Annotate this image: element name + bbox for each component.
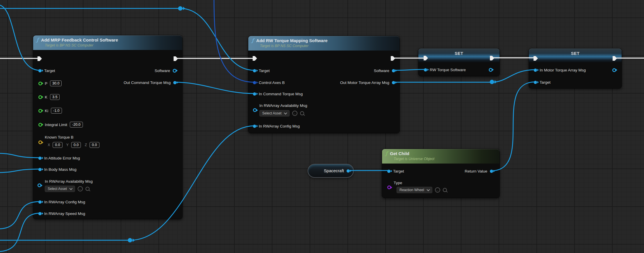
pin-control-axes-b-in[interactable]: [253, 81, 256, 84]
exec-arrow-icon: [38, 56, 42, 61]
exec-out-pin[interactable]: [613, 55, 617, 62]
pin-in-motor-torque-array-msg-in[interactable]: [534, 69, 537, 72]
node-add-mrp-feedback-control-software[interactable]: ƒ Add MRP Feedback Control Software Targ…: [33, 35, 183, 219]
pin-label: RW Torque Software: [430, 68, 466, 72]
pin-label: Type: [394, 181, 402, 185]
node-get-spacecraft-variable[interactable]: Spacecraft: [308, 164, 354, 178]
pin-k-in[interactable]: [38, 95, 42, 99]
pin-label: Control Axes B: [259, 80, 285, 85]
node-header[interactable]: ƒ Add MRP Feedback Control Software Targ…: [33, 35, 182, 50]
exec-in-pin[interactable]: [38, 55, 42, 62]
function-icon: ƒ: [37, 37, 38, 43]
wire-in-rwarray-speed[interactable]: [0, 213, 40, 252]
pin-rw-torque-software-in[interactable]: [424, 68, 427, 71]
exec-in-pin[interactable]: [253, 55, 257, 62]
pin-label: In Attitude Error Msg: [44, 156, 80, 160]
exec-in-pin[interactable]: [534, 55, 538, 62]
node-header[interactable]: ƒ Get Child Target is Universe Object: [382, 149, 499, 164]
pin-out-command-torque-msg[interactable]: [173, 81, 176, 84]
pin-label: In RWArray Availability Msg: [259, 103, 307, 108]
pin-software-out[interactable]: [173, 69, 176, 73]
exec-arrow-icon: [534, 56, 538, 61]
browse-asset-icon[interactable]: [300, 111, 304, 115]
node-subtitle: Target is BP NS SC Computer: [33, 43, 182, 47]
node-add-rw-torque-mapping-software[interactable]: ƒ Add RW Torque Mapping Software Target …: [248, 36, 400, 133]
asset-select-dropdown[interactable]: Select Asset: [45, 186, 75, 192]
node-set-rw-torque-software[interactable]: SET RW Torque Software: [418, 48, 500, 76]
exec-in-pin[interactable]: [424, 54, 428, 62]
value-field-integral-limit[interactable]: -20.0: [70, 122, 83, 128]
value-field-p[interactable]: 30.0: [50, 80, 62, 86]
pin-label: Integral Limit: [45, 123, 67, 127]
pin-in-rwarray-config-msg[interactable]: [38, 200, 42, 204]
function-icon: ƒ: [386, 150, 387, 156]
pin-ki-in[interactable]: [38, 109, 42, 113]
pin-value-out[interactable]: [489, 68, 493, 72]
exec-out-pin[interactable]: [490, 54, 494, 62]
node-header[interactable]: ƒ Add RW Torque Mapping Software Target …: [248, 36, 399, 51]
pin-in-rwarray-speed-msg[interactable]: [38, 212, 42, 215]
exec-arrow-icon: [253, 56, 257, 61]
asset-select-dropdown[interactable]: Select Asset: [259, 110, 290, 116]
pin-in-command-torque-msg[interactable]: [253, 92, 256, 96]
type-select-dropdown[interactable]: Reaction Wheel: [397, 187, 432, 193]
pin-in-body-mass-msg[interactable]: [38, 168, 42, 171]
value-field-x[interactable]: 0.0: [53, 142, 62, 148]
chevron-down-icon: [284, 111, 287, 114]
pin-in-rwarray-availability-msg[interactable]: [253, 108, 257, 112]
axis-z-label: Z: [85, 143, 87, 147]
use-selected-asset-icon[interactable]: ←: [292, 111, 297, 116]
value-field-y[interactable]: 0.0: [71, 142, 81, 148]
node-title: SET: [529, 51, 622, 56]
node-title: Get Child: [390, 151, 409, 156]
node-title: Add MRP Feedback Control Software: [41, 37, 118, 42]
pin-label: K: [45, 95, 47, 99]
use-selected-asset-icon[interactable]: ←: [435, 187, 440, 193]
pin-target-in[interactable]: [387, 170, 390, 173]
pin-label: Out Motor Torque Array Msg: [340, 80, 389, 85]
pin-in-rwarray-availability-msg[interactable]: [38, 184, 41, 187]
reroute-node[interactable]: [490, 80, 494, 84]
use-selected-asset-icon[interactable]: ←: [78, 186, 83, 191]
pin-in-rwarray-config-msg[interactable]: [253, 125, 256, 128]
value-field-ki[interactable]: -1.0: [51, 108, 62, 114]
value-field-z[interactable]: 0.0: [90, 142, 99, 148]
exec-arrow-icon: [174, 56, 178, 61]
node-subtitle: Target is BP NS SC Computer: [248, 43, 399, 48]
node-get-child[interactable]: ƒ Get Child Target is Universe Object Ta…: [382, 149, 500, 198]
blueprint-graph-canvas[interactable]: ƒ Add MRP Feedback Control Software Targ…: [0, 0, 644, 253]
pin-target-in[interactable]: [534, 81, 537, 84]
pin-label: Out Command Torque Msg: [124, 80, 171, 85]
pin-software-out[interactable]: [392, 69, 395, 72]
pin-value-out[interactable]: [612, 68, 616, 72]
pin-label: Target: [540, 80, 551, 85]
pin-label: Known Torque B: [45, 135, 74, 139]
pin-type-in[interactable]: [387, 186, 391, 189]
pin-spacecraft-out[interactable]: [347, 169, 350, 173]
pin-label: Target: [259, 69, 270, 73]
reroute-node[interactable]: [128, 238, 132, 243]
node-subtitle: Target is Universe Object: [382, 156, 499, 161]
exec-out-pin[interactable]: [174, 55, 178, 62]
pin-label: In RWArray Config Msg: [259, 124, 300, 128]
value-field-k[interactable]: 3.5: [50, 94, 60, 100]
pin-known-torque-b-in[interactable]: [38, 141, 42, 144]
reroute-chevron-icon: [495, 80, 497, 84]
pin-target-in[interactable]: [253, 69, 256, 72]
reroute-node[interactable]: [178, 6, 183, 11]
browse-asset-icon[interactable]: [443, 188, 447, 192]
pin-p-in[interactable]: [38, 82, 42, 85]
exec-out-pin[interactable]: [391, 55, 395, 62]
pin-integral-limit-in[interactable]: [38, 123, 42, 127]
node-set-in-motor-torque-array-msg[interactable]: SET In Motor Torque Array Msg Target: [529, 48, 622, 89]
browse-asset-icon[interactable]: [85, 187, 90, 191]
pin-label: Return Value: [465, 169, 487, 173]
exec-arrow-icon: [613, 56, 617, 61]
wire-out-command-to-in-command[interactable]: [174, 82, 254, 94]
pin-in-attitude-error-msg[interactable]: [38, 157, 42, 160]
pin-label: In RWArray Speed Msg: [44, 211, 85, 216]
pin-target-in[interactable]: [38, 69, 42, 72]
pin-out-motor-torque-array-msg[interactable]: [392, 81, 395, 84]
pin-return-value-out[interactable]: [490, 170, 493, 173]
pin-label: In Command Torque Msg: [259, 92, 303, 96]
